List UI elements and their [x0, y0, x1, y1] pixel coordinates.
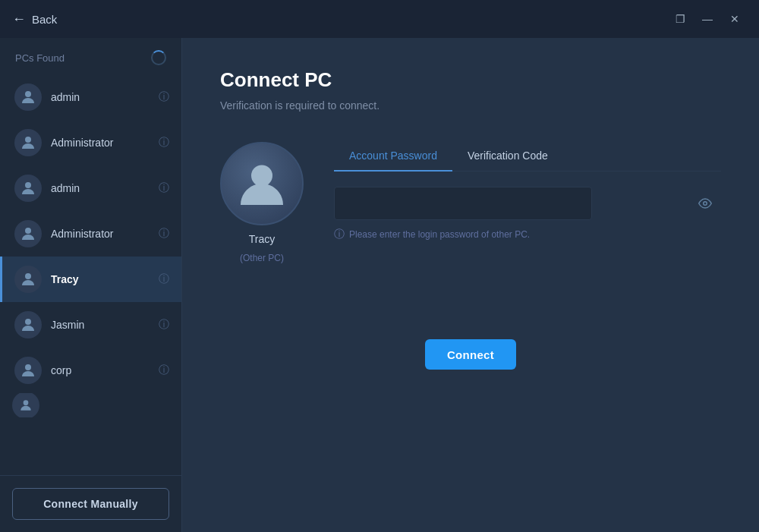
hint-icon: ⓘ: [334, 228, 345, 241]
avatar-partial: [12, 393, 39, 417]
sidebar-item-label: admin: [51, 182, 159, 194]
svg-point-7: [24, 400, 29, 405]
info-icon[interactable]: ⓘ: [159, 272, 169, 286]
sidebar-list: admin ⓘ Administrator ⓘ admin ⓘ: [0, 74, 181, 475]
avatar: [14, 311, 42, 338]
sidebar-item-label: corp: [51, 364, 159, 376]
avatar: [14, 266, 42, 293]
svg-point-9: [704, 202, 707, 206]
sidebar-header: PCs Found: [0, 38, 181, 74]
toggle-password-visibility-button[interactable]: [698, 197, 712, 210]
sidebar-item-administrator2[interactable]: Administrator ⓘ: [0, 211, 181, 257]
hint-text: ⓘ Please enter the login password of oth…: [334, 228, 721, 241]
svg-point-0: [25, 91, 31, 97]
svg-point-5: [25, 319, 31, 325]
sidebar-item-label: Administrator: [51, 228, 159, 240]
avatar: [14, 220, 42, 247]
close-button[interactable]: ✕: [723, 8, 747, 30]
user-label: (Other PC): [240, 253, 284, 263]
tab-account-password[interactable]: Account Password: [334, 142, 452, 171]
sidebar-item-label: admin: [51, 91, 159, 103]
sidebar-footer: Connect Manually: [0, 475, 181, 532]
tab-verification-code[interactable]: Verification Code: [452, 142, 563, 171]
connect-manually-button[interactable]: Connect Manually: [12, 488, 169, 520]
info-icon[interactable]: ⓘ: [159, 90, 169, 104]
svg-point-1: [25, 137, 31, 143]
password-field-wrap: [334, 187, 721, 220]
restore-button[interactable]: ❐: [668, 8, 692, 30]
svg-point-3: [25, 228, 31, 234]
auth-section: Account Password Verification Code ⓘ Ple…: [334, 142, 721, 241]
auth-tabs: Account Password Verification Code: [334, 142, 721, 172]
back-label: Back: [32, 13, 57, 26]
info-icon[interactable]: ⓘ: [159, 181, 169, 195]
svg-point-2: [25, 182, 31, 188]
sidebar-item-label: Tracy: [51, 273, 159, 285]
sidebar-item-administrator1[interactable]: Administrator ⓘ: [0, 120, 181, 165]
user-avatar: [220, 142, 304, 225]
sidebar-item-tracy[interactable]: Tracy ⓘ: [0, 257, 181, 302]
connect-form: Tracy (Other PC) Account Password Verifi…: [220, 142, 721, 263]
sidebar-item-label: Administrator: [51, 137, 159, 149]
password-input[interactable]: [334, 187, 592, 220]
sidebar: PCs Found admin ⓘ Administrator ⓘ: [0, 38, 182, 532]
sidebar-item-corp[interactable]: corp ⓘ: [0, 348, 181, 393]
back-button[interactable]: ← Back: [12, 11, 57, 27]
back-arrow-icon: ←: [12, 11, 26, 27]
info-icon[interactable]: ⓘ: [159, 227, 169, 241]
connect-button-wrap: Connect: [220, 339, 721, 370]
main-content: PCs Found admin ⓘ Administrator ⓘ: [0, 38, 759, 532]
info-icon[interactable]: ⓘ: [159, 136, 169, 150]
sidebar-item-label: Jasmin: [51, 319, 159, 331]
svg-point-4: [25, 273, 31, 279]
title-bar: ← Back ❐ — ✕: [0, 0, 759, 38]
panel-title: Connect PC: [220, 68, 721, 92]
right-panel: Connect PC Verification is required to c…: [182, 38, 759, 532]
sidebar-item-admin2[interactable]: admin ⓘ: [0, 165, 181, 211]
connect-button[interactable]: Connect: [425, 339, 516, 370]
sidebar-item-admin1[interactable]: admin ⓘ: [0, 74, 181, 120]
svg-point-6: [25, 364, 31, 370]
loading-spinner-icon: [151, 50, 166, 65]
hint-message: Please enter the login password of other…: [349, 229, 530, 240]
info-icon[interactable]: ⓘ: [159, 318, 169, 332]
avatar: [14, 357, 42, 384]
user-avatar-section: Tracy (Other PC): [220, 142, 304, 263]
sidebar-item-partial: [0, 393, 181, 417]
svg-point-8: [251, 165, 272, 187]
sidebar-item-jasmin[interactable]: Jasmin ⓘ: [0, 302, 181, 348]
minimize-button[interactable]: —: [695, 8, 720, 30]
user-name: Tracy: [249, 233, 275, 245]
avatar: [14, 175, 42, 202]
window-controls: ❐ — ✕: [668, 8, 747, 30]
avatar: [14, 83, 42, 111]
avatar: [14, 129, 42, 156]
panel-subtitle: Verification is required to connect.: [220, 99, 721, 112]
pcs-found-label: PCs Found: [15, 52, 65, 64]
info-icon[interactable]: ⓘ: [159, 364, 169, 377]
